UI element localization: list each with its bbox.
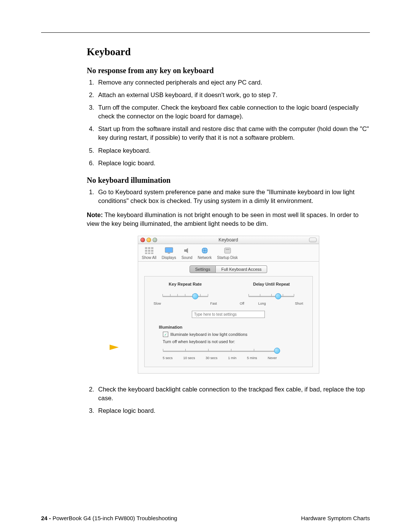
illumination-heading: Illumination xyxy=(159,325,303,329)
svg-rect-4 xyxy=(148,250,150,252)
document-page: Keyboard No response from any key on key… xyxy=(0,0,411,532)
timeout-tick: 5 mins xyxy=(247,356,257,360)
page-number: 24 - xyxy=(41,515,53,521)
toolbar-displays[interactable]: Displays xyxy=(162,246,176,260)
note-label: Note: xyxy=(87,211,103,218)
step: Replace logic board. xyxy=(96,406,370,415)
page-footer: 24 - PowerBook G4 (15-inch FW800) Troubl… xyxy=(41,515,370,521)
svg-rect-5 xyxy=(151,250,153,252)
window-titlebar: Keyboard xyxy=(138,236,319,244)
svg-rect-1 xyxy=(148,247,150,249)
steps-no-illum-post: Check the keyboard backlight cable conne… xyxy=(87,385,370,415)
timeout-slider[interactable] xyxy=(163,347,277,355)
illuminate-checkbox-label: Illuminate keyboard in low light conditi… xyxy=(170,332,247,337)
content-column: Keyboard No response from any key on key… xyxy=(87,46,370,415)
slider-min-label: Slow xyxy=(154,302,161,305)
footer-right: Hardware Symptom Charts xyxy=(301,515,370,521)
step: Check the keyboard backlight cable conne… xyxy=(96,385,370,403)
svg-rect-9 xyxy=(165,248,173,252)
key-repeat-slider[interactable] xyxy=(162,292,208,300)
subsection-no-illum: No keyboard illumination xyxy=(87,176,370,185)
speaker-icon xyxy=(182,246,192,255)
toolbar-label: Displays xyxy=(162,256,176,260)
doc-title: PowerBook G4 (15-inch FW800) Troubleshoo… xyxy=(53,515,177,521)
note-text: Note: The keyboard illumination is not b… xyxy=(87,211,370,228)
delay-repeat-slider[interactable] xyxy=(249,292,294,300)
window-title: Keyboard xyxy=(138,237,319,243)
timeout-tick: 1 min xyxy=(228,356,236,360)
svg-rect-16 xyxy=(226,249,229,250)
tab-bar: Settings Full Keyboard Access xyxy=(138,265,319,273)
toolbar-startup-disk[interactable]: Startup Disk xyxy=(217,246,237,260)
page-rule xyxy=(41,32,370,33)
svg-rect-2 xyxy=(151,247,153,249)
globe-icon xyxy=(199,246,210,255)
slider-long-label: Long xyxy=(258,302,266,305)
key-repeat-label: Key Repeat Rate xyxy=(154,282,217,286)
key-repeat-group: Key Repeat Rate Slow Fast xyxy=(154,282,217,305)
tab-full-keyboard-access[interactable]: Full Keyboard Access xyxy=(216,265,267,273)
timeout-labels: 5 secs 10 secs 30 secs 1 min 5 mins Neve… xyxy=(163,356,277,360)
checkbox-icon[interactable]: ✓ xyxy=(163,332,168,337)
callout-arrow-icon xyxy=(110,345,119,350)
minimize-icon[interactable] xyxy=(147,238,151,242)
tab-settings[interactable]: Settings xyxy=(190,265,216,273)
delay-repeat-label: Delay Until Repeat xyxy=(240,282,303,286)
step: Remove any connected peripherals and eje… xyxy=(96,78,370,87)
toolbar-label: Network xyxy=(198,256,212,260)
turn-off-label: Turn off when keyboard is not used for: xyxy=(163,339,303,344)
step: Replace logic board. xyxy=(96,159,370,168)
toolbar-show-all[interactable]: Show All xyxy=(142,246,156,260)
prefpane-screenshot: Keyboard Show All Displays xyxy=(138,236,319,374)
toolbar-toggle-button[interactable] xyxy=(309,238,317,242)
step: Turn off the computer. Check the keyboar… xyxy=(96,103,370,121)
window-traffic-lights[interactable] xyxy=(140,238,157,242)
steps-no-illum-pre: Go to Keyboard system preference pane an… xyxy=(87,188,370,205)
timeout-tick: Never xyxy=(268,356,277,360)
delay-repeat-group: Delay Until Repeat Off Long Short xyxy=(240,282,303,305)
note-body: The keyboard illumination is not bright … xyxy=(87,211,358,227)
svg-point-12 xyxy=(202,248,208,254)
step: Start up from the software install and r… xyxy=(96,125,370,142)
illuminate-checkbox-row[interactable]: ✓ Illuminate keyboard in low light condi… xyxy=(163,332,303,337)
svg-rect-6 xyxy=(145,252,147,254)
svg-rect-3 xyxy=(145,250,147,252)
close-icon[interactable] xyxy=(140,238,145,242)
settings-pane: Key Repeat Rate Slow Fast Delay Until Re… xyxy=(144,276,313,367)
disk-icon xyxy=(222,246,233,255)
step: Go to Keyboard system preference pane an… xyxy=(96,188,370,205)
svg-rect-0 xyxy=(145,247,147,249)
svg-marker-11 xyxy=(184,248,188,253)
step: Replace keyboard. xyxy=(96,146,370,155)
svg-rect-7 xyxy=(148,252,150,254)
svg-rect-15 xyxy=(225,248,231,253)
footer-left: 24 - PowerBook G4 (15-inch FW800) Troubl… xyxy=(41,515,177,521)
zoom-icon[interactable] xyxy=(153,238,157,242)
toolbar-label: Startup Disk xyxy=(217,256,237,260)
timeout-tick: 30 secs xyxy=(206,356,217,360)
timeout-tick: 5 secs xyxy=(163,356,173,360)
toolbar-sound[interactable]: Sound xyxy=(182,246,193,260)
toolbar-label: Sound xyxy=(182,256,193,260)
grid-icon xyxy=(144,246,155,255)
display-icon xyxy=(164,246,174,255)
steps-no-response: Remove any connected peripherals and eje… xyxy=(87,78,370,168)
slider-off-label: Off xyxy=(240,302,244,305)
slider-max-label: Fast xyxy=(210,302,217,305)
slider-short-label: Short xyxy=(295,302,303,305)
toolbar-network[interactable]: Network xyxy=(198,246,212,260)
timeout-tick: 10 secs xyxy=(183,356,195,360)
svg-rect-10 xyxy=(168,253,170,254)
prefpane-toolbar: Show All Displays Sound xyxy=(138,244,319,262)
test-settings-input[interactable] xyxy=(192,311,265,318)
svg-rect-8 xyxy=(151,252,153,254)
toolbar-label: Show All xyxy=(142,256,156,260)
step: Attach an external USB keyboard, if it d… xyxy=(96,91,370,99)
subsection-no-response: No response from any key on keyboard xyxy=(87,66,370,75)
section-title: Keyboard xyxy=(87,46,370,58)
